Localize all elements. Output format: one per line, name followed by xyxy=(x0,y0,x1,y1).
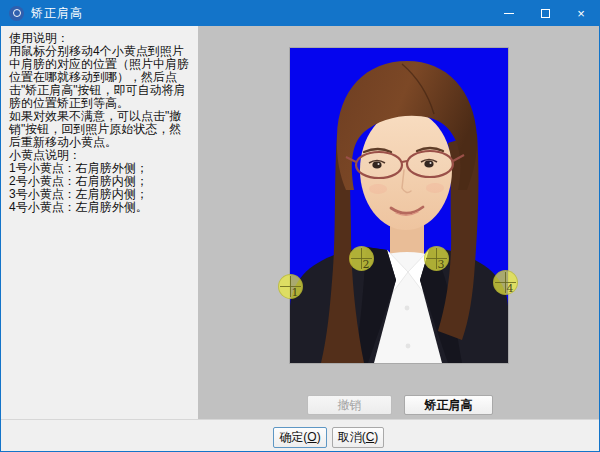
cancel-label: 取消( xyxy=(338,430,366,444)
photo-viewer-area: 1 2 3 4 撤销 矫正肩高 xyxy=(198,26,599,419)
cancel-button[interactable]: 取消(C) xyxy=(332,427,384,448)
marker-number: 1 xyxy=(292,286,299,299)
correct-shoulder-button[interactable]: 矫正肩高 xyxy=(404,395,493,415)
marker-number: 4 xyxy=(507,282,514,295)
ok-mnemonic: O xyxy=(307,430,316,444)
instructions-paragraph-2: 如果对效果不满意，可以点击"撤销"按钮，回到照片原始状态，然后重新移动小黄点。 xyxy=(9,110,190,149)
dialog-button-bar: 确定(O) 取消(C) xyxy=(1,419,599,452)
window-title: 矫正肩高 xyxy=(31,5,83,22)
shoulder-marker-1[interactable]: 1 xyxy=(278,274,303,299)
maximize-button[interactable] xyxy=(527,0,563,26)
close-button[interactable]: × xyxy=(563,0,599,26)
minimize-icon xyxy=(504,13,514,14)
shoulder-marker-2[interactable]: 2 xyxy=(349,246,374,271)
marker-number: 2 xyxy=(363,258,370,271)
title-bar: 矫正肩高 × xyxy=(1,0,599,26)
undo-button[interactable]: 撤销 xyxy=(307,395,392,415)
minimize-button[interactable] xyxy=(491,0,527,26)
ok-label: 确定( xyxy=(279,430,307,444)
lens-ring-icon xyxy=(13,9,21,17)
cancel-label-suffix: ) xyxy=(374,430,378,444)
marker-number: 3 xyxy=(438,258,445,271)
shoulder-marker-3[interactable]: 3 xyxy=(424,246,449,271)
ok-button[interactable]: 确定(O) xyxy=(273,427,327,448)
portrait-illustration xyxy=(290,48,508,363)
correct-shoulder-dialog: 矫正肩高 × 使用说明： 用鼠标分别移动4个小黄点到照片中肩膀的对应的位置（照片… xyxy=(0,0,600,452)
close-icon: × xyxy=(577,6,585,21)
dot-description-4: 4号小黄点：左肩膀外侧。 xyxy=(9,201,190,214)
portrait-photo xyxy=(290,48,508,363)
instructions-panel: 使用说明： 用鼠标分别移动4个小黄点到照片中肩膀的对应的位置（照片中肩膀位置在哪… xyxy=(1,26,198,419)
shoulder-marker-4[interactable]: 4 xyxy=(493,270,518,295)
app-icon xyxy=(9,6,24,21)
ok-label-suffix: ) xyxy=(317,430,321,444)
dialog-body: 使用说明： 用鼠标分别移动4个小黄点到照片中肩膀的对应的位置（照片中肩膀位置在哪… xyxy=(1,26,599,419)
instructions-paragraph-1: 用鼠标分别移动4个小黄点到照片中肩膀的对应的位置（照片中肩膀位置在哪就移动到哪）… xyxy=(9,45,190,110)
maximize-icon xyxy=(541,9,550,18)
